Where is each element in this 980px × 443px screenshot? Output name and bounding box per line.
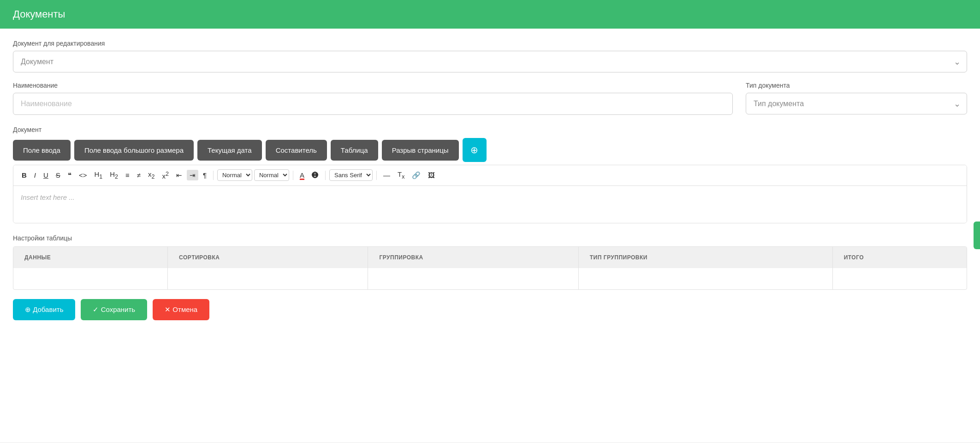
- col-data: ДАННЫЕ: [13, 247, 168, 268]
- app-title: Документы: [13, 8, 65, 20]
- ordered-list-button[interactable]: ≡: [123, 170, 132, 180]
- link-button[interactable]: 🔗: [409, 170, 423, 180]
- h2-button[interactable]: H2: [107, 169, 121, 182]
- doc-type-field-container: Тип документа Тип документа ⌄: [746, 82, 967, 115]
- current-date-button[interactable]: Текущая дата: [197, 140, 262, 161]
- rtl-button[interactable]: ¶: [200, 170, 209, 180]
- app-header: Документы: [0, 0, 980, 29]
- col-sort: СОРТИРОВКА: [168, 247, 368, 268]
- image-button[interactable]: 🖼: [425, 170, 438, 180]
- font-color-icon: A: [300, 171, 304, 179]
- editor-toolbar: B I U S ❝ <> H1 H2 ≡ ≠ x2 x2 ⇤ ⇥ ¶ Norma…: [13, 165, 967, 186]
- toolbar-separator-1: [213, 171, 214, 180]
- underline-button[interactable]: U: [41, 170, 51, 180]
- italic-button[interactable]: I: [31, 170, 39, 180]
- name-input[interactable]: [13, 93, 733, 115]
- document-select-wrapper: Документ ⌄: [13, 51, 967, 72]
- row-name-doctype: Наименование Тип документа Тип документа…: [13, 82, 967, 115]
- main-content: Документ для редактирования Документ ⌄ Н…: [0, 29, 980, 442]
- font-highlight-icon: 🅘: [312, 171, 319, 179]
- font-color-button[interactable]: A: [297, 170, 307, 180]
- strikethrough-button[interactable]: S: [53, 170, 63, 180]
- font-family-select[interactable]: Sans Serif: [329, 169, 373, 181]
- line-height-select[interactable]: Normal: [254, 169, 289, 181]
- toolbar-separator-3: [325, 171, 326, 180]
- doc-type-select[interactable]: Тип документа: [746, 93, 967, 114]
- table-settings-label: Настройки таблицы: [13, 234, 967, 242]
- superscript-button[interactable]: x2: [159, 169, 171, 181]
- empty-cell-5: [832, 268, 967, 289]
- editor-body[interactable]: Insert text here ...: [13, 186, 967, 223]
- large-input-field-button[interactable]: Поле ввода большого размера: [74, 140, 194, 161]
- input-field-button[interactable]: Поле ввода: [13, 140, 71, 161]
- font-highlight-button[interactable]: 🅘: [309, 170, 321, 180]
- indent-right-button[interactable]: ⇥: [187, 170, 198, 180]
- name-field-label: Наименование: [13, 82, 733, 89]
- col-total: ИТОГО: [832, 247, 967, 268]
- h1-button[interactable]: H1: [91, 169, 105, 182]
- toolbar-separator-4: [376, 171, 377, 180]
- col-group-type: ТИП ГРУППИРОВКИ: [578, 247, 832, 268]
- document-toolbar: Поле ввода Поле ввода большого размера Т…: [13, 138, 967, 162]
- empty-cell-3: [368, 268, 578, 289]
- empty-cell-2: [168, 268, 368, 289]
- font-size-select[interactable]: Normal: [217, 169, 252, 181]
- code-button[interactable]: <>: [76, 170, 90, 180]
- author-button[interactable]: Составитель: [266, 140, 327, 161]
- cancel-button[interactable]: ✕ Отмена: [153, 299, 209, 320]
- save-button[interactable]: ✓ Сохранить: [81, 299, 147, 320]
- table-settings-body: [13, 268, 967, 289]
- toolbar-separator-2: [293, 171, 293, 180]
- bold-button[interactable]: B: [19, 170, 30, 180]
- plus-circle-icon: ⊕: [470, 144, 478, 156]
- side-handle: [974, 222, 980, 249]
- document-select[interactable]: Документ: [13, 51, 967, 72]
- table-empty-row: [13, 268, 967, 289]
- doc-type-select-wrapper: Тип документа ⌄: [746, 93, 967, 114]
- subscript-button[interactable]: x2: [145, 169, 157, 182]
- table-settings-header: ДАННЫЕ СОРТИРОВКА ГРУППИРОВКА ТИП ГРУППИ…: [13, 247, 967, 268]
- doc-type-label: Тип документа: [746, 82, 967, 89]
- unordered-list-button[interactable]: ≠: [134, 170, 143, 180]
- document-section-label: Документ: [13, 126, 967, 133]
- indent-left-button[interactable]: ⇤: [173, 170, 185, 180]
- document-select-label: Документ для редактирования: [13, 40, 967, 47]
- remove-format-button[interactable]: Tx: [395, 169, 407, 182]
- name-field-container: Наименование: [13, 82, 733, 115]
- col-group: ГРУППИРОВКА: [368, 247, 578, 268]
- table-settings: ДАННЫЕ СОРТИРОВКА ГРУППИРОВКА ТИП ГРУППИ…: [13, 246, 967, 290]
- clear-format-button[interactable]: —: [380, 170, 393, 180]
- empty-cell-4: [578, 268, 832, 289]
- add-button[interactable]: ⊕ Добавить: [13, 299, 75, 320]
- action-buttons: ⊕ Добавить ✓ Сохранить ✕ Отмена: [13, 299, 967, 320]
- empty-cell-1: [13, 268, 168, 289]
- blockquote-button[interactable]: ❝: [65, 170, 74, 180]
- table-button[interactable]: Таблица: [331, 140, 378, 161]
- editor-container: B I U S ❝ <> H1 H2 ≡ ≠ x2 x2 ⇤ ⇥ ¶ Norma…: [13, 165, 967, 223]
- add-icon-button[interactable]: ⊕: [463, 138, 487, 162]
- page-break-button[interactable]: Разрыв страницы: [382, 140, 459, 161]
